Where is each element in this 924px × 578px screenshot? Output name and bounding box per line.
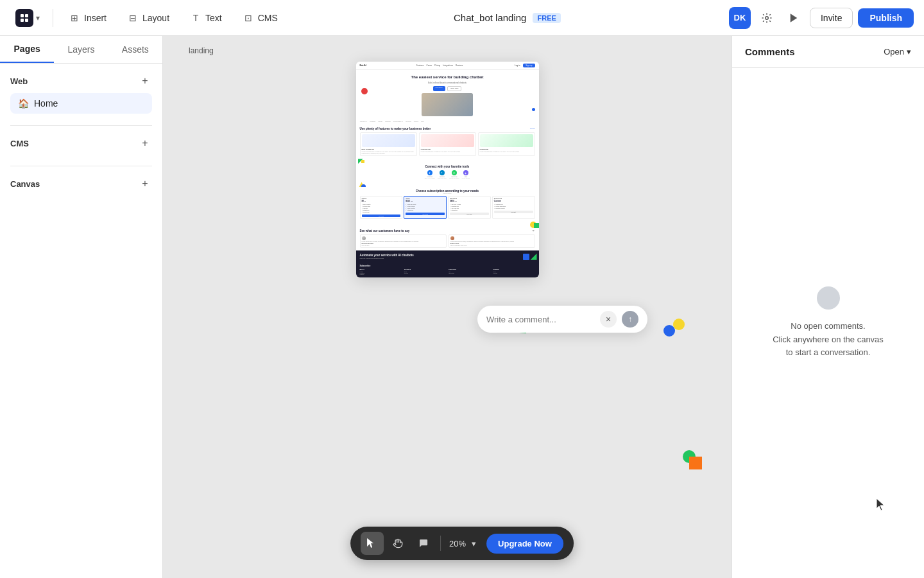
deco-orange-square xyxy=(689,457,702,469)
preview-navbar: Bot.AI Features Cases Pricing Integratio… xyxy=(356,62,539,70)
canvas-section-header: Canvas + xyxy=(10,177,152,191)
hand-tool-button[interactable] xyxy=(386,532,409,555)
preview-trusted-by: Trusted by STRIPE Zoom Optima CONCERT.AI… xyxy=(356,119,539,125)
page-title-area: Chat_bot landing FREE xyxy=(291,12,724,23)
pricing-team: Team $153 +/mo ✓ Traffic per month✓ 5 ta… xyxy=(404,196,447,218)
feature-card-3: Customizer Create and customize a chatbo… xyxy=(478,132,535,157)
web-section: Web + 🏠 Home xyxy=(0,64,162,125)
preview-footer: Subscribe Bot.AI HomeFeaturesContact Ser… xyxy=(356,262,539,277)
canvas-label: landing xyxy=(189,46,214,55)
no-comments-text: No open comments. Click anywhere on the … xyxy=(773,320,884,360)
preview-features-grid: Built flexible bot Create and customize … xyxy=(360,132,535,157)
comment-input[interactable] xyxy=(486,315,595,324)
preview-partner-logos: STRIPE Zoom Optima CONCERT.AI JUSTIN ZOU… xyxy=(370,121,424,123)
comments-empty-state: No open comments. Click anywhere on the … xyxy=(732,68,924,578)
tab-pages[interactable]: Pages xyxy=(0,36,54,63)
web-section-title: Web xyxy=(10,76,28,86)
canvas-area[interactable]: landing Bot.AI Features Cases Pricing In… xyxy=(163,36,732,578)
insert-icon: ⊞ xyxy=(69,12,80,24)
testimonials-row: Lorem ipsum dolor sit amet, consectetur … xyxy=(360,234,535,248)
svg-marker-7 xyxy=(367,538,373,548)
deco-yellow-square xyxy=(361,160,364,163)
svg-rect-2 xyxy=(21,19,24,22)
svg-point-4 xyxy=(766,16,769,19)
comments-title: Comments xyxy=(745,46,795,57)
invite-button[interactable]: Invite xyxy=(810,8,853,28)
cms-section-title: CMS xyxy=(10,139,29,148)
home-icon: 🏠 xyxy=(18,98,29,109)
preview-integrations: Connect with your favorite tools f Faceb… xyxy=(356,162,539,182)
svg-rect-3 xyxy=(25,19,28,22)
feature-card-2: Analytics bot Create and customize a cha… xyxy=(419,132,476,157)
layout-button[interactable]: ⊟ Layout xyxy=(119,8,177,28)
settings-button[interactable] xyxy=(756,7,778,29)
cms-section-header: CMS + xyxy=(10,136,152,150)
deco-blue-dot xyxy=(532,108,535,111)
comment-tool-button[interactable] xyxy=(412,532,435,555)
text-button[interactable]: T Text xyxy=(182,8,230,28)
avatar-button[interactable]: DK xyxy=(729,7,751,29)
cursor-tool-button[interactable] xyxy=(361,532,384,555)
main-layout: Pages Layers Assets Web + 🏠 Home CMS + xyxy=(0,36,924,578)
page-title: Chat_bot landing xyxy=(454,12,526,23)
preview-hero: The easiest service for building chatbot… xyxy=(356,70,539,119)
website-preview: Bot.AI Features Cases Pricing Integratio… xyxy=(356,62,539,277)
comments-header: Comments Open ▾ xyxy=(732,36,924,68)
preview-cta: Automate your service with AI chatbots S… xyxy=(356,250,539,262)
canvas-section-title: Canvas xyxy=(10,179,40,189)
layout-icon: ⊟ xyxy=(127,12,139,24)
left-sidebar: Pages Layers Assets Web + 🏠 Home CMS + xyxy=(0,36,163,578)
preview-hero-buttons: Get demo Learn more xyxy=(363,86,533,91)
zoom-dropdown-button[interactable]: ▾ xyxy=(472,539,476,548)
upgrade-now-button[interactable]: Upgrade Now xyxy=(486,534,563,554)
page-item-label: Home xyxy=(34,98,58,109)
nav-divider xyxy=(53,9,53,27)
no-comments-icon xyxy=(817,286,840,310)
zoom-control: 20% ▾ xyxy=(446,539,476,548)
pricing-starter: Starter $0 /mo ✓ CRM contacts✓ 1 task sy… xyxy=(360,196,403,218)
page-item-home[interactable]: 🏠 Home xyxy=(10,93,152,114)
publish-button[interactable]: Publish xyxy=(858,8,914,28)
free-badge: FREE xyxy=(533,13,560,23)
comment-popup: × ↑ xyxy=(477,306,647,333)
zoom-value: 20% xyxy=(446,539,469,548)
comments-panel: Comments Open ▾ No open comments. Click … xyxy=(732,36,924,578)
deco-blue-dot-2 xyxy=(361,184,366,187)
tab-layers[interactable]: Layers xyxy=(54,36,108,63)
preview-footer-grid: Bot.AI HomeFeaturesContact Services Blog… xyxy=(360,268,535,275)
app-logo xyxy=(15,9,33,27)
preview-nav-links: Features Cases Pricing Integrations Revi… xyxy=(416,64,463,67)
text-icon: T xyxy=(190,12,201,24)
web-section-header: Web + xyxy=(10,74,152,88)
add-canvas-button[interactable]: + xyxy=(138,177,152,191)
canvas-section: Canvas + xyxy=(0,166,162,206)
cms-section: CMS + xyxy=(0,126,162,166)
feature-card-1: Built flexible bot Create and customize … xyxy=(360,132,417,157)
preview-hero-image xyxy=(422,93,473,116)
bottom-toolbar: 20% ▾ Upgrade Now xyxy=(350,527,574,560)
sidebar-tabs: Pages Layers Assets xyxy=(0,36,162,64)
comment-send-button[interactable]: ↑ xyxy=(622,311,638,328)
svg-rect-0 xyxy=(21,14,24,17)
pricing-enterprise: Enterprise Custom ✓ Unlimited bots✓ Cust… xyxy=(492,196,535,218)
pricing-business: Business $424 +/mo ✓ Top CRM + Scribe✓ U… xyxy=(448,196,491,218)
preview-hero-subtitle: Build, roll and launch conversational ch… xyxy=(363,82,533,84)
cms-button[interactable]: ⊡ CMS xyxy=(235,8,286,28)
cms-icon: ⊡ xyxy=(243,12,254,24)
comments-filter-dropdown[interactable]: Open ▾ xyxy=(884,47,911,57)
logo-button[interactable]: ▾ xyxy=(10,6,45,30)
preview-pricing: Choose subscription according to your ne… xyxy=(356,187,539,221)
comment-close-button[interactable]: × xyxy=(600,311,617,328)
preview-nav-buttons: Log in Sign up xyxy=(513,64,535,67)
testimonial-2: Lorem ipsum dolor sit amet, consectetur.… xyxy=(449,234,535,248)
right-actions: DK Invite Publish xyxy=(729,7,914,29)
deco-yellow-circle xyxy=(673,319,685,330)
chevron-down-icon: ▾ xyxy=(907,47,911,57)
tab-assets[interactable]: Assets xyxy=(108,36,162,63)
insert-button[interactable]: ⊞ Insert xyxy=(61,8,114,28)
preview-logo: Bot.AI xyxy=(360,64,366,67)
add-cms-button[interactable]: + xyxy=(138,136,152,150)
preview-button[interactable] xyxy=(783,7,805,29)
svg-marker-5 xyxy=(791,13,798,22)
add-web-page-button[interactable]: + xyxy=(138,74,152,88)
